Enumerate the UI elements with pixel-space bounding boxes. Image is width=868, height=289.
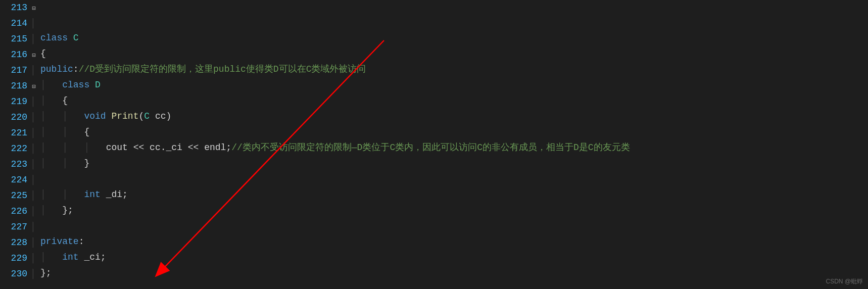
code-line[interactable]: class C	[40, 30, 868, 46]
watermark-text: CSDN @蚍蜉	[826, 277, 863, 286]
line-number: 213	[0, 0, 27, 16]
code-line[interactable]	[40, 281, 868, 289]
line-number: 227	[0, 219, 27, 235]
fold-spacer: │	[30, 204, 40, 219]
fold-spacer: │	[30, 157, 40, 172]
fold-spacer: │	[30, 125, 40, 141]
line-number: 228	[0, 235, 27, 251]
code-line[interactable]: │ };	[40, 203, 868, 218]
code-editor[interactable]: 2132142152162172182192202212222232242252…	[0, 0, 868, 289]
code-line[interactable]: │ │ void Print(C cc)	[40, 109, 868, 124]
line-number: 217	[0, 63, 27, 78]
line-number: 215	[0, 31, 27, 47]
fold-spacer: │	[30, 188, 40, 204]
fold-collapse-icon[interactable]: ⊟	[30, 47, 40, 63]
code-line[interactable]: │ {	[40, 93, 868, 109]
fold-spacer: │	[30, 235, 40, 251]
line-number: 214	[0, 16, 27, 31]
line-number: 225	[0, 188, 27, 204]
line-number: 229	[0, 251, 27, 266]
fold-spacer: │	[30, 63, 40, 78]
line-number: 226	[0, 204, 27, 219]
line-number: 222	[0, 141, 27, 157]
code-line[interactable]: │ │ }	[40, 156, 868, 171]
code-line[interactable]: │ class D	[40, 77, 868, 93]
code-line[interactable]: public://D受到访问限定符的限制，这里public使得类D可以在C类域外…	[40, 62, 868, 77]
code-line[interactable]: │ │ int _di;	[40, 187, 868, 203]
code-line[interactable]: │ int _ci;	[40, 250, 868, 265]
line-number: 218	[0, 78, 27, 94]
fold-spacer: │	[30, 110, 40, 125]
fold-collapse-icon[interactable]: ⊟	[30, 78, 40, 94]
fold-spacer: │	[30, 94, 40, 110]
code-line[interactable]: private:	[40, 234, 868, 250]
code-line[interactable]: │ │ │ cout << cc._ci << endl;//类内不受访问限定符…	[40, 140, 868, 156]
fold-spacer: │	[30, 219, 40, 235]
code-line[interactable]: };	[40, 265, 868, 281]
fold-spacer: │	[30, 251, 40, 266]
line-number: 224	[0, 172, 27, 188]
fold-spacer: │	[30, 31, 40, 47]
fold-spacer: │	[30, 141, 40, 157]
line-number: 223	[0, 157, 27, 172]
fold-collapse-icon[interactable]: ⊟	[30, 0, 40, 16]
code-line[interactable]	[40, 171, 868, 187]
line-number: 219	[0, 94, 27, 110]
code-line[interactable]: │ │ {	[40, 124, 868, 140]
line-number: 221	[0, 125, 27, 141]
fold-spacer: │	[30, 266, 40, 282]
fold-gutter[interactable]: ⊟││⊟│⊟││││││││││││	[30, 0, 40, 289]
fold-spacer: │	[30, 16, 40, 31]
line-number-gutter: 2132142152162172182192202212222232242252…	[0, 0, 30, 289]
code-line[interactable]	[40, 218, 868, 234]
line-number: 230	[0, 266, 27, 282]
code-line[interactable]: {	[40, 46, 868, 62]
line-number: 216	[0, 47, 27, 63]
line-number: 220	[0, 110, 27, 125]
code-body[interactable]: class C{public://D受到访问限定符的限制，这里public使得类…	[40, 0, 868, 289]
fold-spacer: │	[30, 172, 40, 188]
